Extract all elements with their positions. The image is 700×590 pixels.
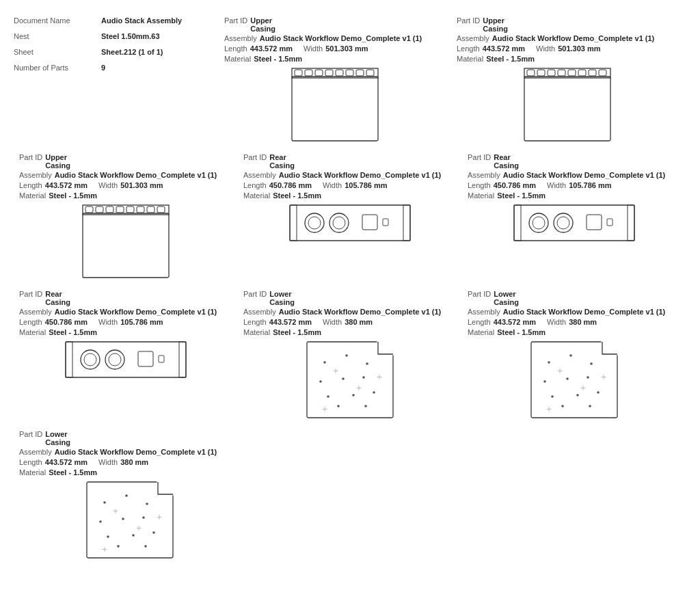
svg-rect-8 (356, 70, 364, 76)
length-value-5: 450.786 mm (45, 318, 88, 326)
width-value-4: 105.786 mm (569, 181, 611, 189)
svg-rect-41 (628, 205, 634, 241)
svg-rect-28 (147, 206, 154, 213)
svg-rect-40 (514, 205, 521, 241)
svg-rect-2 (295, 70, 302, 76)
part-dims-r2c1: Length 443.572 mm Width 501.303 mm (19, 181, 232, 189)
part-id-value-5: Rear Casing (45, 290, 83, 306)
part-image-3 (243, 204, 457, 242)
part-dims-8: Length 443.572 mm Width 380 mm (19, 458, 241, 466)
svg-point-59 (323, 361, 326, 364)
sheet-value: Sheet.212 (1 of 1) (101, 45, 163, 59)
width-label-5: Width (98, 318, 118, 326)
part-material-4: Material Steel - 1.5mm (468, 191, 681, 200)
svg-point-89 (561, 405, 564, 407)
svg-rect-14 (548, 70, 555, 76)
assembly-label-5: Assembly (19, 308, 52, 316)
svg-point-53 (105, 350, 124, 369)
svg-point-82 (590, 362, 593, 365)
svg-point-54 (109, 353, 121, 366)
svg-rect-13 (537, 70, 545, 76)
length-value-4: 450.786 mm (494, 181, 536, 189)
length-label-r2c1: Length (19, 181, 42, 189)
row-3: Part ID Rear Casing Assembly Audio Stack… (14, 287, 686, 422)
part-meta-8: Part ID Lower Casing Assembly Audio Stac… (19, 430, 241, 456)
svg-point-87 (576, 394, 579, 397)
svg-rect-39 (514, 205, 634, 241)
svg-point-36 (333, 217, 345, 229)
svg-rect-27 (137, 206, 144, 213)
width-label-4: Width (547, 181, 566, 189)
svg-point-45 (557, 217, 569, 229)
width-label-r2c1: Width (98, 181, 118, 189)
length-label-1: Length (224, 44, 247, 53)
svg-rect-6 (336, 70, 343, 76)
material-value-6: Steel - 1.5mm (273, 328, 321, 336)
part-material-7: Material Steel - 1.5mm (468, 328, 681, 336)
svg-marker-100 (158, 482, 173, 494)
width-label-7: Width (547, 318, 566, 326)
row-2: Part ID Upper Casing Assembly Audio Stac… (14, 150, 686, 282)
svg-point-102 (125, 494, 128, 497)
parts-label: Number of Parts (14, 61, 96, 75)
material-label-5: Material (19, 328, 46, 336)
assembly-value-5: Audio Stack Workflow Demo_Complete v1 (1… (55, 308, 217, 316)
row-4: Part ID Lower Casing Assembly Audio Stac… (14, 427, 686, 562)
assembly-value-6: Audio Stack Workflow Demo_Complete v1 (1… (279, 308, 442, 316)
part-image-2 (457, 67, 678, 142)
svg-point-104 (99, 520, 102, 523)
part-id-value-3: Rear Casing (269, 153, 307, 170)
length-label-7: Length (468, 318, 491, 326)
svg-rect-5 (325, 70, 333, 76)
svg-rect-12 (527, 70, 535, 76)
material-value-r2c1: Steel - 1.5mm (49, 191, 97, 200)
svg-rect-31 (290, 205, 297, 241)
nest-value: Steel 1.50mm.63 (101, 29, 160, 44)
assembly-label-8: Assembly (19, 448, 52, 456)
svg-rect-22 (85, 206, 93, 213)
svg-marker-79 (602, 342, 617, 354)
part-image-8 (19, 481, 241, 559)
svg-rect-15 (558, 70, 565, 76)
svg-rect-48 (66, 342, 186, 377)
doc-name-value: Audio Stack Assembly (101, 14, 182, 28)
top-row: Document Name Audio Stack Assembly Nest … (14, 14, 686, 145)
svg-rect-24 (106, 206, 113, 213)
svg-point-83 (543, 380, 546, 383)
part-card-r2c1: Part ID Upper Casing Assembly Audio Stac… (14, 150, 238, 282)
part-meta-3: Part ID Rear Casing Assembly Audio Stack… (243, 153, 457, 179)
svg-rect-23 (96, 206, 103, 213)
svg-point-86 (551, 395, 554, 398)
svg-point-35 (329, 213, 349, 232)
width-value-3: 105.786 mm (345, 181, 387, 189)
part-image-7 (468, 340, 681, 419)
assembly-value-3: Audio Stack Workflow Demo_Complete v1 (1… (279, 171, 442, 179)
assembly-value-7: Audio Stack Workflow Demo_Complete v1 (1… (503, 308, 666, 316)
svg-point-61 (366, 362, 368, 365)
svg-rect-3 (305, 70, 312, 76)
material-value-4: Steel - 1.5mm (497, 191, 546, 200)
part-id-value-6: Lower Casing (269, 290, 307, 306)
length-label-6: Length (243, 318, 267, 326)
part-material-2: Material Steel - 1.5mm (457, 55, 678, 63)
svg-rect-19 (599, 70, 606, 76)
material-value-3: Steel - 1.5mm (273, 191, 321, 200)
part-card-7: Part ID Lower Casing Assembly Audio Stac… (462, 287, 686, 422)
part-id-label-5: Part ID (19, 290, 42, 306)
length-value-3: 450.786 mm (269, 181, 312, 189)
part-image-1 (224, 67, 446, 142)
svg-point-67 (373, 391, 375, 394)
svg-point-65 (327, 395, 329, 398)
part-id-label-1: Part ID (224, 16, 247, 33)
assembly-label-4: Assembly (468, 171, 500, 179)
assembly-value-1: Audio Stack Workflow Demo_Complete v1 (1… (260, 34, 422, 42)
assembly-label-7: Assembly (468, 308, 500, 316)
svg-point-66 (352, 394, 355, 397)
svg-rect-37 (362, 215, 377, 230)
svg-rect-32 (403, 205, 410, 241)
length-value-8: 443.572 mm (45, 458, 88, 466)
svg-point-105 (122, 518, 124, 520)
material-label-7: Material (468, 328, 494, 336)
material-value-2: Steel - 1.5mm (486, 55, 535, 63)
material-label-3: Material (243, 191, 270, 200)
